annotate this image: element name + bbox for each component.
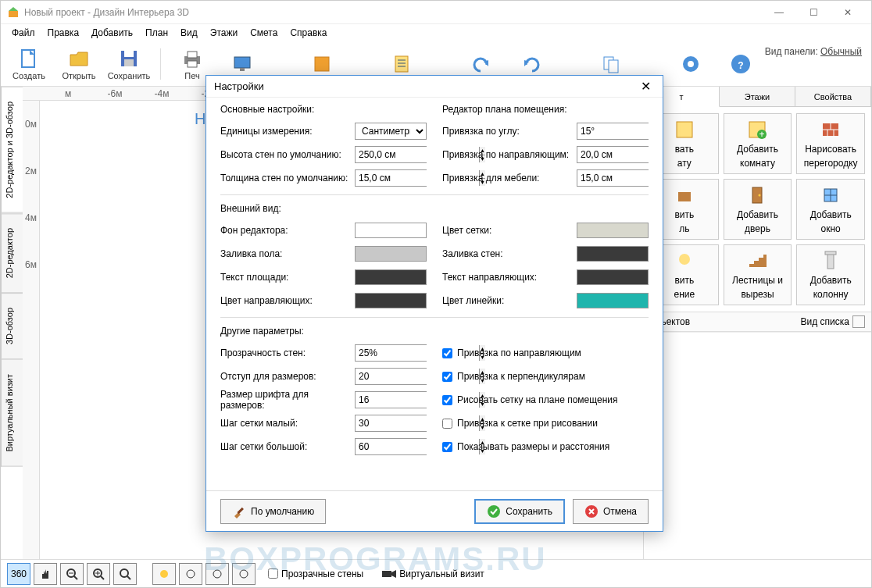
chk-draw-grid[interactable]: Рисовать сетку на плане помещения — [442, 388, 649, 412]
tool-save[interactable]: Сохранить — [107, 45, 151, 84]
furniture-snap-spinner[interactable]: ▲▼ — [577, 169, 649, 187]
section-main-label: Основные настройки: — [220, 104, 427, 115]
wall-height-spinner[interactable]: ▲▼ — [355, 146, 427, 163]
btn-zoom-in[interactable] — [87, 563, 110, 585]
folder-open-icon — [68, 48, 90, 69]
svg-rect-25 — [677, 122, 692, 137]
btn-light-1[interactable] — [152, 563, 176, 585]
dialog-footer: По умолчанию Сохранить Отмена — [206, 490, 663, 531]
list-view-label: Вид списка — [801, 316, 849, 327]
printer-icon — [181, 48, 203, 69]
vtab-2d[interactable]: 2D-редактор — [1, 213, 23, 293]
right-panel: т Этажи Свойства ватьату +Добавитькомнат… — [643, 87, 871, 559]
editor-bg-swatch[interactable] — [355, 223, 427, 238]
dim-font-spinner[interactable]: ▲▼ — [355, 391, 427, 408]
area-text-swatch[interactable] — [355, 269, 427, 285]
list-view-icon[interactable] — [852, 315, 865, 328]
guide-color-swatch[interactable] — [355, 293, 427, 308]
menu-estimate[interactable]: Смета — [245, 26, 282, 40]
vtab-3d[interactable]: 3D-обзор — [1, 293, 23, 359]
ruler-color-swatch[interactable] — [577, 293, 649, 308]
cancel-icon — [584, 504, 599, 519]
minimize-button[interactable]: — — [762, 1, 796, 24]
btn-hand[interactable] — [34, 563, 57, 585]
wall-fill-swatch[interactable] — [577, 246, 649, 262]
grid-large-spinner[interactable]: ▲▼ — [355, 438, 427, 455]
cube-icon — [311, 53, 333, 75]
grid-btn-add-window[interactable]: Добавитьокно — [796, 179, 865, 240]
chk-grid-snap[interactable]: Привязка к сетке при рисовании — [442, 412, 649, 435]
grid-btn-add-door[interactable]: Добавитьдверь — [724, 179, 792, 240]
chk-show-dims[interactable]: Показывать размеры и расстояния — [442, 435, 649, 458]
window-icon — [820, 184, 842, 206]
wall-opacity-spinner[interactable]: ▲▼ — [355, 344, 427, 362]
menu-floors[interactable]: Этажи — [205, 26, 242, 40]
tool-create[interactable]: Создать — [7, 45, 51, 84]
menu-plan[interactable]: План — [141, 26, 173, 40]
menu-help[interactable]: Справка — [285, 26, 331, 40]
btn-virtual-visit[interactable]: Виртуальный визит — [382, 568, 484, 579]
btn-zoom-out[interactable] — [60, 563, 84, 585]
tool-open[interactable]: Открыть — [57, 45, 101, 84]
defaults-button[interactable]: По умолчанию — [220, 499, 326, 524]
btn-light-4[interactable] — [232, 563, 256, 585]
svg-point-22 — [688, 61, 694, 67]
vtab-virtual[interactable]: Виртуальный визит — [1, 359, 23, 467]
undo-icon — [470, 53, 492, 75]
grid-btn-partition[interactable]: Нарисоватьперегородку — [796, 113, 865, 174]
chk-guides[interactable]: Привязка по направляющим — [442, 341, 649, 365]
dialog-titlebar: Настройки ✕ — [206, 76, 663, 98]
dim-offset-spinner[interactable]: ▲▼ — [355, 368, 427, 385]
btn-light-3[interactable] — [205, 563, 229, 585]
svg-point-40 — [679, 254, 690, 265]
svg-rect-10 — [234, 57, 250, 68]
svg-rect-42 — [825, 251, 836, 255]
ruler-vertical: 0м 2м 4м 6м — [23, 101, 40, 559]
menu-edit[interactable]: Правка — [43, 26, 84, 40]
grid-small-spinner[interactable]: ▲▼ — [355, 415, 427, 432]
save-button[interactable]: Сохранить — [474, 499, 565, 524]
svg-rect-9 — [188, 61, 197, 67]
chk-transparent-walls[interactable]: Прозрачные стены — [268, 568, 363, 579]
wall-thickness-spinner[interactable]: ▲▼ — [355, 169, 427, 187]
floor-fill-swatch[interactable] — [355, 246, 427, 262]
cancel-button[interactable]: Отмена — [573, 499, 649, 524]
grid-btn-add-room[interactable]: +Добавитькомнату — [724, 113, 792, 174]
panel-mode-link[interactable]: Обычный — [820, 46, 862, 57]
gear-icon — [680, 53, 702, 75]
svg-point-54 — [187, 570, 195, 578]
close-button[interactable]: ✕ — [831, 1, 865, 24]
tool-settings[interactable] — [669, 45, 713, 84]
svg-point-55 — [213, 570, 221, 578]
svg-rect-12 — [315, 57, 329, 71]
units-select[interactable]: Сантиметры — [355, 123, 427, 140]
menu-add[interactable]: Добавить — [87, 26, 138, 40]
angle-snap-spinner[interactable]: ▲▼ — [577, 123, 649, 140]
btn-light-2[interactable] — [179, 563, 202, 585]
guide-snap-spinner[interactable]: ▲▼ — [577, 146, 649, 163]
svg-line-48 — [101, 576, 104, 579]
objects-list[interactable] — [644, 332, 871, 559]
dialog-close-button[interactable]: ✕ — [636, 77, 655, 96]
svg-line-45 — [74, 576, 77, 579]
chk-perp[interactable]: Привязка к перпендикулярам — [442, 365, 649, 388]
menu-file[interactable]: Файл — [7, 26, 40, 40]
grid-color-swatch[interactable] — [577, 223, 649, 238]
grid-btn-column[interactable]: Добавитьколонну — [796, 244, 865, 305]
btn-360[interactable]: 360 — [7, 563, 30, 585]
rtab-props[interactable]: Свойства — [795, 87, 871, 106]
svg-point-56 — [240, 570, 248, 578]
rtab-floors[interactable]: Этажи — [720, 87, 795, 106]
grid-btn-stairs[interactable]: Лестницы ивырезы — [724, 244, 792, 305]
tool-help[interactable]: ? — [719, 45, 763, 84]
panel-mode: Вид панели: Обычный — [765, 46, 862, 57]
svg-rect-34 — [678, 192, 691, 201]
guide-text-swatch[interactable] — [577, 269, 649, 285]
section-other-label: Другие параметры: — [220, 326, 649, 337]
menu-view[interactable]: Вид — [176, 26, 202, 40]
svg-point-51 — [120, 569, 128, 577]
btn-zoom-fit[interactable] — [113, 563, 137, 585]
maximize-button[interactable]: ☐ — [796, 1, 831, 24]
vtab-2d3d[interactable]: 2D-редактор и 3D-обзор — [1, 87, 23, 213]
furniture-icon — [674, 184, 695, 206]
